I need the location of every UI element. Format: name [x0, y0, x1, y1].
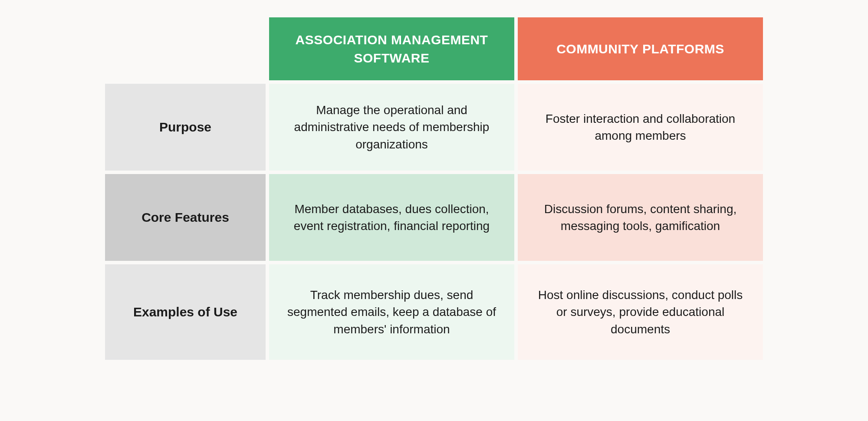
cell-examples-community: Host online discussions, conduct polls o… [518, 264, 763, 360]
header-empty-cell [105, 17, 266, 80]
cell-core-features-community: Discussion forums, content sharing, mess… [518, 174, 763, 261]
row-label-core-features: Core Features [105, 174, 266, 261]
cell-core-features-ams: Member databases, dues collection, event… [269, 174, 514, 261]
column-header-community: COMMUNITY PLATFORMS [518, 17, 763, 80]
cell-examples-ams: Track membership dues, send segmented em… [269, 264, 514, 360]
comparison-table: ASSOCIATION MANAGEMENT SOFTWARE COMMUNIT… [105, 17, 763, 360]
cell-purpose-community: Foster interaction and collaboration amo… [518, 84, 763, 171]
cell-purpose-ams: Manage the operational and administrativ… [269, 84, 514, 171]
row-label-purpose: Purpose [105, 84, 266, 171]
row-label-examples: Examples of Use [105, 264, 266, 360]
column-header-ams: ASSOCIATION MANAGEMENT SOFTWARE [269, 17, 514, 80]
